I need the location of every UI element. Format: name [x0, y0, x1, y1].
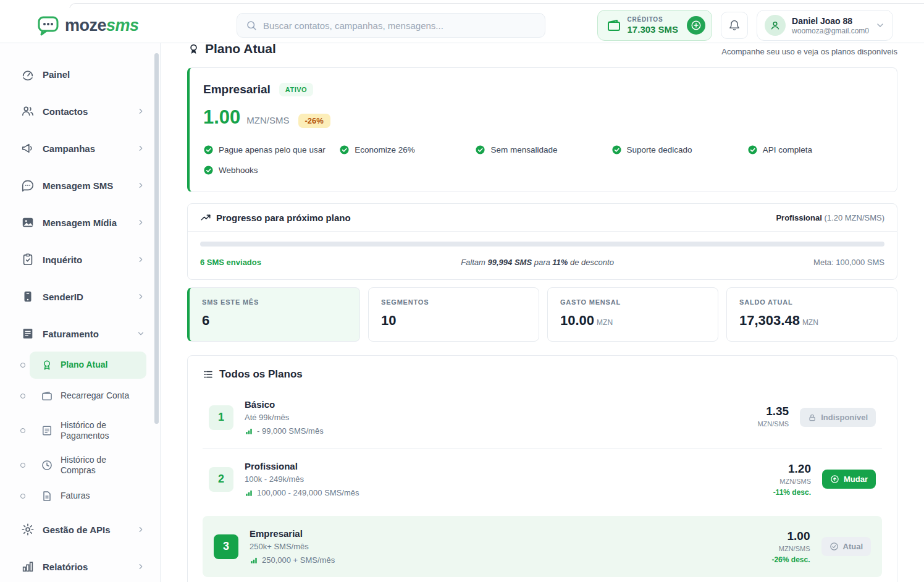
check-circle-icon	[611, 145, 622, 155]
stat-segments: SEGMENTOS 10	[368, 287, 539, 342]
chevron-right-icon	[136, 525, 145, 534]
sidebar-item-contactos[interactable]: Contactos	[0, 96, 160, 126]
user-menu[interactable]: Daniel Joao 88 woomoza@gmail.com0	[757, 10, 893, 41]
plan-row-empresarial: 3 Empresarial 250k+ SMS/mês 250,000 + SM…	[203, 516, 882, 577]
medal-icon	[41, 359, 53, 371]
search-icon	[246, 20, 257, 31]
plan-discount: -11% desc.	[755, 488, 811, 497]
all-plans-title: Todos os Planos	[203, 368, 882, 381]
check-circle-icon	[203, 145, 214, 155]
main-content: Plano Atual Acompanhe seu uso e veja os …	[161, 43, 924, 582]
bullet-icon	[20, 394, 25, 399]
plan-row-basico: 1 Básico Até 99k/mês - 99,000 SMS/mês 1.…	[203, 387, 882, 448]
plan-price: 1.35	[733, 405, 789, 418]
sidebar-subitem-historico-compras[interactable]: Histórico de Compras	[30, 452, 146, 479]
chevron-right-icon	[136, 107, 145, 116]
avatar	[765, 15, 786, 36]
wallet-icon	[607, 18, 621, 33]
bullet-icon	[20, 494, 25, 499]
sidebar-item-relatorios[interactable]: Relatórios	[0, 552, 160, 581]
sidebar-subitem-label: Plano Atual	[61, 360, 108, 371]
stat-monthly-spend: GASTO MENSAL 10.00MZN	[547, 287, 718, 342]
arrow-up-circle-icon	[830, 474, 839, 484]
check-circle-icon	[747, 145, 758, 155]
sidebar-subitem-label: Histórico de Compras	[61, 455, 138, 476]
chevron-right-icon	[136, 181, 145, 190]
payments-list-icon	[41, 424, 53, 437]
add-credits-button[interactable]	[687, 16, 705, 35]
plan-sms-range: 100,000 - 249,000 SMS/mês	[245, 488, 755, 497]
chat-bubble-icon	[21, 179, 35, 192]
credits-label: CRÉDITOS	[628, 16, 679, 23]
sidebar-subitem-label: Histórico de Pagamentos	[61, 420, 130, 442]
feature-item: Pague apenas pelo que usar	[203, 145, 339, 155]
mini-bars-icon	[245, 427, 253, 436]
document-icon	[41, 490, 53, 502]
brand-name: mozesms	[65, 16, 139, 35]
status-badge: ATIVO	[279, 83, 313, 96]
check-circle-icon	[203, 165, 214, 175]
sidebar-subitem-faturas[interactable]: Faturas	[30, 483, 146, 510]
next-plan-label: Profissional (1.20 MZN/SMS)	[776, 213, 884, 222]
current-plan-price: 1.00	[203, 106, 240, 129]
sidebar-item-painel[interactable]: Painel	[0, 59, 160, 89]
check-circle-icon	[830, 542, 839, 551]
sidebar-item-mensagem-sms[interactable]: Mensagem SMS	[0, 171, 160, 200]
plan-discount: -26% desc.	[755, 555, 810, 564]
sidebar-item-mensagem-midia[interactable]: Mensagem Mídia	[0, 208, 160, 237]
sidebar-item-inquerito[interactable]: Inquérito	[0, 245, 160, 274]
remaining-label: Faltam 99,994 SMS para 11% de desconto	[461, 258, 614, 267]
credits-widget[interactable]: CRÉDITOS 17.303 SMS	[597, 10, 713, 41]
sidebar-subitem-recarregar-conta[interactable]: Recarregar Conta	[30, 382, 146, 410]
sidebar-item-label: Faturamento	[43, 329, 128, 339]
plan-price-unit: MZN/SMS	[755, 545, 810, 552]
sidebar-item-label: Inquérito	[43, 255, 128, 265]
sidebar-item-senderid[interactable]: SenderID	[0, 282, 160, 311]
feature-item: API completa	[747, 145, 883, 155]
sidebar-item-label: Relatórios	[43, 562, 128, 572]
meta-label: Meta: 100,000 SMS	[813, 258, 884, 267]
wallet-icon	[41, 390, 53, 402]
stat-current-balance: SALDO ATUAL 17,303.48MZN	[726, 287, 897, 342]
chevron-down-icon	[136, 329, 145, 338]
progress-card: Progresso para próximo plano Profissiona…	[187, 203, 897, 280]
chevron-right-icon	[136, 255, 145, 264]
plan-unavailable-button[interactable]: Indisponível	[800, 408, 876, 427]
brand-logo[interactable]: mozesms	[37, 14, 139, 36]
sidebar-item-campanhas[interactable]: Campanhas	[0, 133, 160, 163]
invoice-icon	[21, 327, 35, 340]
feature-item: Webhooks	[203, 165, 339, 175]
sidebar-item-gestao-apis[interactable]: Gestão de APIs	[0, 515, 160, 544]
mini-bars-icon	[250, 556, 258, 565]
progress-title: Progresso para próximo plano	[200, 212, 351, 223]
trending-up-icon	[200, 212, 211, 223]
app-window: mozesms CRÉDITOS 17.303 SMS	[0, 0, 924, 582]
sidebar-subitem-plano-atual[interactable]: Plano Atual	[30, 352, 146, 379]
feature-item: Suporte dedicado	[611, 145, 747, 155]
sidebar-item-label: Mensagem SMS	[43, 180, 128, 191]
current-plan-name: Empresarial	[203, 83, 271, 96]
plan-change-button[interactable]: Mudar	[822, 470, 876, 489]
user-name: Daniel Joao 88	[792, 16, 869, 26]
notifications-button[interactable]	[721, 12, 748, 39]
stat-sms-month: SMS ESTE MÊS 6	[187, 287, 360, 342]
plan-current-button[interactable]: Atual	[821, 537, 872, 556]
bar-chart-icon	[21, 560, 35, 573]
user-email: woomoza@gmail.com0	[792, 27, 869, 35]
chevron-right-icon	[136, 562, 145, 571]
plan-number-badge: 1	[209, 405, 233, 430]
chat-bubble-logo-icon	[37, 14, 59, 36]
search-input[interactable]	[263, 20, 536, 31]
plus-circle-icon	[691, 20, 702, 31]
sidebar-subitem-historico-pagamentos[interactable]: Histórico de Pagamentos	[30, 413, 138, 448]
lock-icon	[808, 413, 817, 422]
chevron-right-icon	[136, 292, 145, 301]
users-icon	[21, 104, 35, 118]
sidebar: Painel Contactos Campanhas Men	[0, 43, 161, 582]
mini-bars-icon	[245, 489, 253, 497]
sidebar-item-faturamento[interactable]: Faturamento	[0, 319, 160, 348]
sidebar-subitem-hist-compras-row: Histórico de Compras	[0, 452, 160, 479]
check-circle-icon	[475, 145, 485, 155]
plan-number-badge: 2	[209, 467, 233, 492]
plan-range: Até 99k/mês	[245, 413, 733, 422]
